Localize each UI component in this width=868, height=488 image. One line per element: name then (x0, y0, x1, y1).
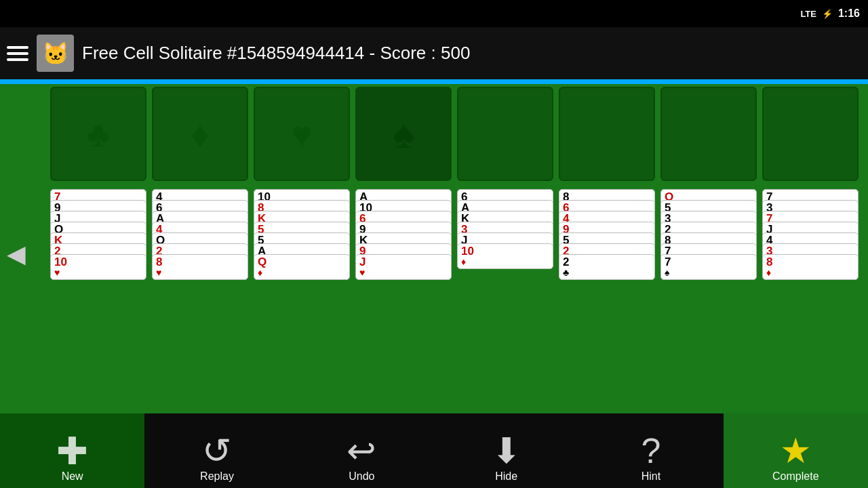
card-7s[interactable]: 7♠ (660, 254, 757, 280)
card-10d[interactable]: 10♦ (457, 243, 553, 269)
spades-icon: ♠ (393, 110, 414, 157)
undo-label: Undo (349, 470, 374, 483)
toolbar: ✚ New ↺ Replay ↩ Undo ⬇ Hide ? Hint ★ Co… (0, 413, 868, 488)
columns-area: 7♦ 9♠ J♣ Q♣ K♥ 2♥ 10♥ 4♣ 6♣ A♠ 4♦ Q♠ 2♦ … (47, 186, 861, 417)
lte-indicator: LTE (800, 9, 816, 19)
column-1[interactable]: 7♦ 9♠ J♣ Q♣ K♥ 2♥ 10♥ (50, 189, 146, 414)
column-3[interactable]: 10♣ 8♦ K♦ 5♦ 5♠ A♠ Q♦ (254, 189, 350, 414)
clubs-icon: ♣ (87, 114, 110, 155)
game-area: ◀ ♣ ♦ ♥ ♠ 7♦ 9♠ J♣ (0, 81, 868, 427)
free-cell-4[interactable]: ♠ (355, 87, 452, 181)
replay-label: Replay (200, 470, 234, 483)
hint-button[interactable]: ? Hint (578, 413, 723, 488)
top-area: ♣ ♦ ♥ ♠ (47, 81, 861, 186)
free-cell-2[interactable]: ♦ (152, 87, 248, 181)
complete-button[interactable]: ★ Complete (724, 413, 868, 488)
column-7[interactable]: Q♦ 5♠ 3♣ 2♠ 8♠ 7♣ 7♠ (660, 189, 757, 414)
card-2c[interactable]: 2♣ (559, 254, 655, 280)
menu-button[interactable] (7, 46, 28, 61)
card-qd[interactable]: Q♦ (254, 254, 350, 280)
card-8h[interactable]: 8♥ (152, 254, 248, 280)
column-4-cards: A♠ 10♠ 6♦ 9♣ K♠ 9♥ J♥ (355, 189, 452, 280)
foundation-3[interactable] (660, 87, 757, 181)
hint-label: Hint (642, 470, 660, 483)
free-cell-3[interactable]: ♥ (254, 87, 350, 181)
app-icon: 🐱 (37, 35, 74, 72)
card-jh[interactable]: J♥ (355, 254, 452, 280)
card-8d2[interactable]: 8♦ (762, 254, 859, 280)
hearts-icon: ♥ (292, 114, 313, 155)
free-cell-1[interactable]: ♣ (50, 87, 146, 181)
card-10h[interactable]: 10♥ (50, 254, 146, 280)
column-3-cards: 10♣ 8♦ K♦ 5♦ 5♠ A♠ Q♦ (254, 189, 350, 280)
column-6-cards: 8♣ 6♥ 4♥ 9♦ 5♣ 2♥ 2♣ (559, 189, 655, 280)
column-5-cards: 6♠ A♠ K♣ 3♥ J♠ 10♦ (457, 189, 553, 269)
foundation-1[interactable] (457, 87, 553, 181)
complete-label: Complete (772, 470, 818, 483)
battery-indicator: ⚡ (822, 9, 833, 19)
game-title: Free Cell Solitaire #1548594944414 - Sco… (82, 43, 470, 64)
replay-button[interactable]: ↺ Replay (144, 413, 289, 488)
foundation-4[interactable] (762, 87, 859, 181)
column-7-cards: Q♦ 5♠ 3♣ 2♠ 8♠ 7♣ 7♠ (660, 189, 757, 280)
column-8[interactable]: 7♠ 3♣ 7♥ J♠ 4♠ 3♦ 8♦ (762, 189, 859, 414)
status-bar: LTE ⚡ 1:16 (0, 0, 868, 27)
hide-button[interactable]: ⬇ Hide (434, 413, 578, 488)
diamonds-icon: ♦ (191, 114, 210, 155)
new-button[interactable]: ✚ New (0, 413, 144, 488)
column-6[interactable]: 8♣ 6♥ 4♥ 9♦ 5♣ 2♥ 2♣ (559, 189, 655, 414)
new-label: New (62, 470, 83, 483)
title-bar: 🐱 Free Cell Solitaire #1548594944414 - S… (0, 27, 868, 81)
undo-button[interactable]: ↩ Undo (290, 413, 434, 488)
column-5[interactable]: 6♠ A♠ K♣ 3♥ J♠ 10♦ (457, 189, 553, 414)
column-8-cards: 7♠ 3♣ 7♥ J♠ 4♠ 3♦ 8♦ (762, 189, 859, 280)
foundation-2[interactable] (559, 87, 655, 181)
column-2[interactable]: 4♣ 6♣ A♠ 4♦ Q♠ 2♦ 8♥ (152, 189, 248, 414)
column-2-cards: 4♣ 6♣ A♠ 4♦ Q♠ 2♦ 8♥ (152, 189, 248, 280)
column-4[interactable]: A♠ 10♠ 6♦ 9♣ K♠ 9♥ J♥ (355, 189, 452, 414)
clock: 1:16 (838, 7, 860, 20)
blue-separator (0, 81, 868, 84)
hide-label: Hide (495, 470, 517, 483)
back-button[interactable]: ◀ (7, 240, 26, 268)
column-1-cards: 7♦ 9♠ J♣ Q♣ K♥ 2♥ 10♥ (50, 189, 146, 280)
